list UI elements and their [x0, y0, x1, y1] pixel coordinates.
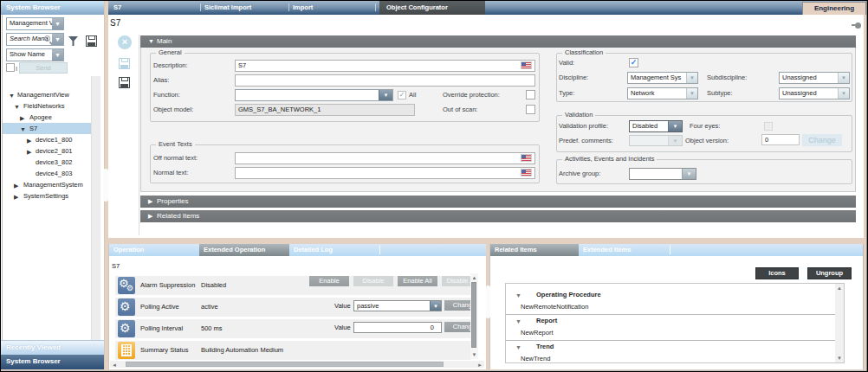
operation-horizontal-scrollbar[interactable]: ◄ ► — [110, 361, 484, 368]
type-combo[interactable]: Network▼ — [627, 87, 698, 99]
enable-button[interactable]: Enable — [309, 276, 349, 286]
disable-all-button[interactable]: Disable All — [442, 276, 470, 286]
chevron-down-icon[interactable]: ▼ — [838, 73, 849, 83]
tree-item-device2[interactable]: ▶ device2_801 — [1, 146, 104, 157]
tab-extended-operation[interactable]: Extended Operation — [199, 244, 289, 256]
related-item[interactable]: NewTrend — [521, 355, 550, 362]
tree-scrollbar[interactable] — [91, 76, 100, 341]
view-selector[interactable]: Management V ▼ — [6, 17, 64, 30]
tree-item-s7[interactable]: ▼ S7 — [1, 124, 104, 135]
expand-icon[interactable]: ▶ — [27, 148, 31, 156]
scrollbar-thumb[interactable] — [126, 362, 444, 367]
tree-item-fieldnetworks[interactable]: ▼ FieldNetworks — [1, 101, 104, 112]
save-search-icon[interactable] — [86, 35, 97, 47]
enable-all-button[interactable]: Enable All — [398, 276, 437, 286]
scroll-down-icon[interactable]: ▼ — [470, 351, 478, 358]
collapse-icon[interactable]: ▼ — [20, 125, 26, 133]
pin-icon[interactable] — [855, 22, 861, 29]
subdiscipline-combo[interactable]: Unassigned▼ — [779, 72, 850, 84]
tab-s7[interactable]: S7 — [113, 1, 121, 15]
related-item[interactable]: NewReport — [521, 329, 554, 337]
section-main-header[interactable]: ▼Main — [140, 35, 856, 48]
chevron-down-icon[interactable]: ▼ — [668, 121, 682, 131]
chevron-down-icon[interactable]: ▼ — [379, 90, 392, 100]
validation-profile-combo[interactable]: Disabled▼ — [629, 120, 683, 132]
scrollbar-thumb[interactable] — [471, 282, 476, 348]
tab-operation[interactable]: Operation — [109, 244, 199, 256]
scroll-right-icon[interactable]: ► — [476, 362, 483, 369]
chevron-down-icon[interactable]: ▼ — [430, 301, 441, 311]
collapse-icon[interactable]: ▼ — [515, 318, 521, 324]
chevron-down-icon[interactable]: ▼ — [686, 73, 697, 83]
discipline-combo[interactable]: Management Sys▼ — [627, 72, 698, 84]
tab-import[interactable]: Import — [293, 1, 313, 15]
collapse-icon[interactable]: ▼ — [9, 92, 15, 99]
override-protection-checkbox[interactable] — [526, 90, 535, 99]
collapse-icon[interactable]: ▼ — [14, 103, 20, 111]
recently-viewed-bar[interactable]: Recently Viewed — [1, 340, 104, 355]
disable-button[interactable]: Disable — [353, 276, 393, 286]
system-browser-bar[interactable]: System Browser — [1, 355, 104, 369]
tab-siclimat-import[interactable]: Siclimat Import — [204, 1, 251, 15]
function-combo[interactable]: ▼ — [235, 89, 393, 101]
change-button[interactable]: Change — [444, 300, 470, 311]
scroll-up-icon[interactable]: ▲ — [470, 274, 478, 281]
chevron-down-icon[interactable]: ▼ — [52, 18, 63, 29]
change-version-button[interactable]: Change — [802, 134, 842, 146]
filter-icon[interactable] — [68, 36, 78, 46]
scroll-up-icon[interactable]: ▲ — [835, 285, 844, 292]
tab-object-configurator[interactable]: Object Configurator — [379, 1, 485, 15]
related-item[interactable]: NewRemoteNotification — [521, 303, 588, 311]
tree-item-device1[interactable]: ▶ device1_800 — [1, 135, 104, 146]
section-related-items-header[interactable]: ▶Related Items — [140, 210, 856, 222]
valid-checkbox[interactable]: ✓ — [629, 58, 638, 67]
related-group-name[interactable]: Report — [536, 317, 557, 324]
tab-detailed-log[interactable]: Detailed Log — [289, 244, 379, 256]
change-button[interactable]: Change — [444, 322, 470, 332]
tree-item-device4[interactable]: device4_803 — [1, 169, 104, 180]
expand-icon[interactable]: ▶ — [14, 182, 18, 189]
ungroup-button[interactable]: Ungroup — [807, 267, 852, 279]
collapse-icon[interactable]: ▼ — [515, 344, 521, 350]
close-icon[interactable]: × — [118, 35, 132, 49]
section-properties-header[interactable]: ▶Properties — [140, 196, 856, 208]
display-mode-selector[interactable]: Show Name ▼ — [6, 48, 64, 61]
tab-extended-items[interactable]: Extended Items — [579, 244, 669, 256]
search-option-checkbox[interactable] — [6, 63, 15, 72]
out-of-scan-checkbox[interactable] — [526, 105, 535, 114]
chevron-down-icon[interactable]: ▼ — [838, 88, 849, 99]
icons-button[interactable]: Icons — [755, 267, 799, 279]
scroll-down-icon[interactable]: ▼ — [835, 355, 844, 362]
normal-text-field[interactable] — [235, 167, 535, 179]
tree-item-managementview[interactable]: ▼ ManagementView — [1, 90, 104, 101]
collapse-icon[interactable]: ▼ — [515, 292, 521, 298]
operation-vertical-scrollbar[interactable]: ▲ ▼ — [470, 273, 478, 359]
subtype-combo[interactable]: Unassigned▼ — [779, 87, 850, 99]
tree-item-systemsettings[interactable]: ▶ SystemSettings — [1, 191, 104, 202]
search-input[interactable]: Search Mana ▼ — [6, 33, 64, 46]
off-normal-text-field[interactable] — [235, 152, 535, 164]
tree-item-device3[interactable]: device3_802 — [1, 157, 104, 169]
save-as-icon[interactable] — [119, 77, 130, 88]
scroll-left-icon[interactable]: ◄ — [111, 362, 118, 369]
related-group-name[interactable]: Operating Procedure — [536, 291, 601, 298]
tree-item-managementsystem[interactable]: ▶ ManagementSystem — [1, 180, 104, 191]
all-checkbox[interactable]: ✓ — [398, 91, 406, 99]
chevron-down-icon[interactable]: ▼ — [52, 49, 63, 61]
sidebar-splitter-grip[interactable] — [103, 169, 108, 202]
chevron-down-icon[interactable]: ▼ — [52, 34, 63, 45]
send-button[interactable]: Send — [19, 62, 68, 74]
tree-item-apogee[interactable]: ▶ Apogee — [1, 112, 104, 124]
chevron-down-icon[interactable]: ▼ — [682, 169, 696, 179]
panel-splitter-grip[interactable] — [486, 285, 490, 318]
expand-icon[interactable]: ▶ — [14, 193, 18, 201]
tab-related-items[interactable]: Related Items — [490, 244, 579, 256]
save-icon[interactable] — [119, 58, 130, 69]
alias-field[interactable] — [235, 74, 535, 87]
tab-engineering[interactable]: Engineering — [802, 2, 866, 15]
archive-group-combo[interactable]: ▼ — [629, 168, 696, 180]
related-items-scrollbar[interactable]: ▲ ▼ — [835, 284, 844, 362]
polling-interval-field[interactable]: 0 — [353, 322, 442, 333]
polling-active-combo[interactable]: passive▼ — [353, 300, 442, 311]
chevron-down-icon[interactable]: ▼ — [686, 88, 697, 99]
